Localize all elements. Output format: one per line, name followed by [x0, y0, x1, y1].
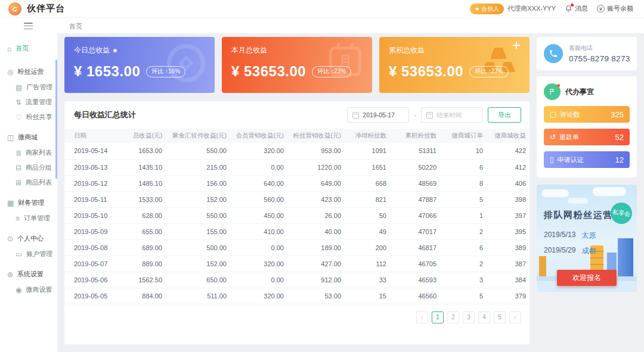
sidebar-scrollbar[interactable] [55, 60, 57, 179]
start-date-picker[interactable] [347, 107, 409, 123]
stat-card-compare-badge: 环比 ↑16% [146, 66, 185, 77]
export-button[interactable]: 导出 [488, 107, 521, 123]
stat-card-compare-badge: 环比 ↑27% [469, 66, 509, 77]
todo-item[interactable]: ↺退款单52 [544, 129, 630, 145]
event-city: 太原 [581, 230, 596, 241]
value-cell: 152.00 [166, 256, 230, 272]
todo-title: 代办事宜 [565, 87, 594, 97]
value-cell: 655.00 [117, 223, 166, 239]
signup-button[interactable]: 欢迎报名 [557, 270, 617, 286]
banner-title: 排队网粉丝运营 [544, 210, 613, 221]
messages-button[interactable]: 消息 [565, 4, 588, 13]
stat-card-title-text: 今日总收益 [74, 45, 110, 55]
value-cell: 47066 [390, 207, 440, 223]
sidebar-item-label: 微商设置 [26, 285, 52, 294]
pagination-page[interactable]: 2 [447, 311, 459, 323]
sidebar-item-label: 首页 [16, 44, 29, 53]
sidebar-item[interactable]: ≡订单管理 [0, 211, 57, 226]
end-date-input[interactable] [436, 111, 481, 119]
sidebar-item[interactable]: ▭账户管理 [0, 247, 57, 261]
sidebar-item[interactable]: ≣商家列表 [0, 145, 57, 160]
share-icon: ♡ [16, 114, 22, 121]
table-body: 2019-05-141653.00550.00320.00953.0010915… [64, 143, 530, 304]
breadcrumb-bar: 首页 [0, 18, 644, 33]
value-cell: 50 [345, 207, 390, 223]
settings-icon: ⊛ [7, 271, 13, 278]
stat-card-value: ¥ 53653.00 [231, 63, 306, 80]
value-cell: 320.00 [230, 256, 287, 272]
value-cell: 46817 [390, 239, 440, 256]
pagination-page[interactable]: 1 [432, 311, 444, 323]
daily-report-panel: 每日收益汇总统计 - 导出 日期总收益(元)聚食汇软件收益(元)会员营销收益(元… [64, 101, 530, 344]
value-cell: 6 [440, 239, 487, 256]
order-icon: ≡ [16, 215, 20, 222]
stat-card-title: 今日总收益 [74, 45, 205, 55]
partner-badge-label: 合伙人 [481, 5, 499, 13]
start-date-input[interactable] [363, 111, 407, 119]
sidebar-item[interactable]: ⊞商品列表 [0, 175, 57, 190]
value-cell: 398 [487, 191, 530, 207]
value-cell: 0.00 [230, 272, 287, 288]
account-icon: ▭ [16, 251, 22, 258]
sidebar-group[interactable]: ◎粉丝运营 [0, 62, 57, 80]
value-cell: 500.00 [166, 239, 230, 256]
event-banner[interactable]: 排队网粉丝运营 私享会 2019/5/13太原2019/5/29成都 欢迎报名 [537, 185, 637, 292]
daily-earnings-table: 日期总收益(元)聚食汇软件收益(元)会员营销收益(元)粉丝营销收益(元)净增粉丝… [64, 129, 530, 304]
customer-service-card: 客服电话 0755-8279 8273 [537, 37, 637, 70]
fans-icon: ◎ [7, 68, 13, 76]
value-cell: 155.00 [166, 223, 230, 239]
todo-card: 代办事宜 ▢评论数325↺退款单52▯申请认证12 [537, 76, 637, 177]
date-cell: 2019-05-07 [64, 256, 117, 272]
table-row: 2019-05-121485.10156.00640.00649.0066848… [64, 175, 530, 191]
breadcrumb[interactable]: 首页 [69, 22, 82, 31]
sidebar-item-home[interactable]: ⌂首页 [0, 41, 57, 59]
sidebar-item[interactable]: ▤广告管理 [0, 80, 57, 95]
value-cell: 48569 [390, 175, 440, 191]
messages-label: 消息 [575, 4, 588, 13]
todo-item[interactable]: ▢评论数325 [544, 106, 630, 123]
sidebar-group[interactable]: ⊛系统设置 [0, 264, 57, 282]
value-cell: 47887 [390, 191, 440, 207]
pagination-page[interactable]: 3 [463, 311, 475, 323]
table-row: 2019-05-09655.00155.00410.0040.004947017… [64, 223, 530, 239]
date-cell: 2019-05-08 [64, 239, 117, 256]
sidebar-item-label: 粉丝共享 [26, 113, 52, 122]
event-city: 成都 [581, 246, 596, 256]
pagination-prev[interactable]: ‹ [416, 311, 428, 323]
value-cell: 640.00 [230, 175, 287, 191]
value-cell: 320.00 [230, 288, 287, 304]
todo-item-count: 52 [615, 133, 624, 142]
value-cell: 5 [440, 288, 487, 304]
sidebar-toggle-button[interactable] [24, 23, 33, 29]
end-date-picker[interactable] [421, 107, 483, 123]
sidebar-item-label: 广告管理 [26, 83, 52, 92]
sidebar-item[interactable]: ⇅流量管理 [0, 95, 57, 110]
sidebar-item[interactable]: ⊟商品分组 [0, 160, 57, 175]
finance-icon: ▦ [7, 200, 14, 207]
partner-platform-screen: 伙伴平台 ★合伙人 代理商XXX-YYY 消息 ¥ 账号余额 首页 [0, 0, 644, 352]
value-cell: 423.00 [287, 191, 345, 207]
date-filters: - 导出 [347, 107, 521, 123]
column-header: 粉丝营销收益(元) [287, 129, 345, 143]
balance-button[interactable]: ¥ 账号余额 [597, 4, 633, 13]
sidebar-item[interactable]: ♡粉丝共享 [0, 110, 57, 124]
value-cell: 156.00 [166, 175, 230, 191]
stat-card: 本月总收益¥ 53653.00环比 ↑23%月 [222, 37, 372, 93]
value-cell: 550.00 [166, 143, 230, 159]
pagination-page[interactable]: 4 [478, 311, 490, 323]
date-range-separator: - [414, 111, 416, 119]
sidebar-group[interactable]: ◫微商城 [0, 127, 57, 145]
todo-header: 代办事宜 [544, 83, 630, 100]
stat-card-value-row: ¥ 53653.00环比 ↑23% [231, 63, 363, 80]
sidebar-group[interactable]: ▦财务管理 [0, 193, 57, 211]
sidebar-item-label: 订单管理 [24, 214, 50, 223]
pagination-next[interactable]: › [509, 311, 521, 323]
value-cell: 412 [487, 159, 530, 175]
pagination-page[interactable]: 5 [494, 311, 506, 323]
sidebar-group[interactable]: ⊙个人中心 [0, 229, 57, 247]
value-cell: 406 [487, 175, 530, 191]
sidebar-item[interactable]: ◉微商设置 [0, 282, 57, 297]
value-cell: 1651 [345, 159, 390, 175]
agent-label: 代理商XXX-YYY [507, 4, 556, 13]
todo-item[interactable]: ▯申请认证12 [544, 151, 630, 168]
